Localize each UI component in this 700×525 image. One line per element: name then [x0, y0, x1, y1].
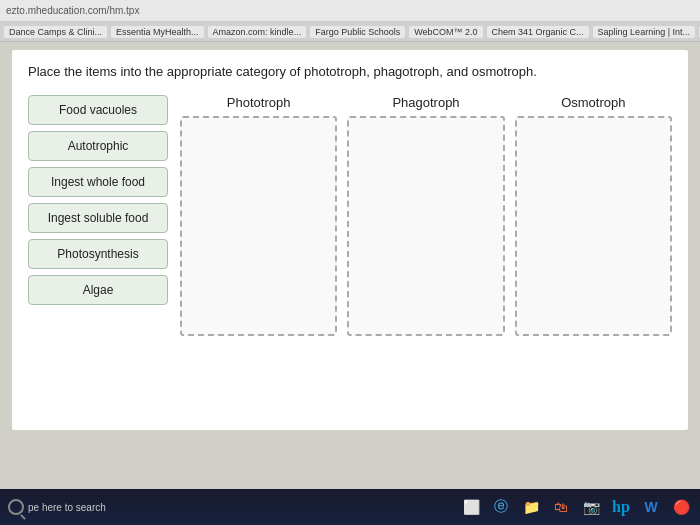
taskbar-chrome-icon[interactable]: 🔴: [670, 496, 692, 518]
drop-zone-osmotroph[interactable]: [515, 116, 672, 336]
instruction-text: Place the items into the appropriate cat…: [28, 64, 672, 79]
taskbar-windows-icon[interactable]: ⬜: [460, 496, 482, 518]
drop-zone-label-phototroph: Phototroph: [227, 95, 291, 110]
browser-tab[interactable]: Chem 341 Organic C...: [487, 26, 589, 38]
taskbar-hp-icon[interactable]: hp: [610, 496, 632, 518]
taskbar-search[interactable]: pe here to search: [8, 499, 106, 515]
drop-zone-container-phagotroph: Phagotroph: [347, 95, 504, 336]
drop-zone-container-osmotroph: Osmotroph: [515, 95, 672, 336]
drop-zone-label-osmotroph: Osmotroph: [561, 95, 625, 110]
activity-area: Food vacuolesAutotrophicIngest whole foo…: [28, 95, 672, 336]
browser-tab[interactable]: Fargo Public Schools: [310, 26, 405, 38]
browser-url-bar: ezto.mheducation.com/hm.tpx: [0, 0, 700, 22]
browser-tab[interactable]: Dance Camps & Clini...: [4, 26, 107, 38]
drop-zone-container-phototroph: Phototroph: [180, 95, 337, 336]
drag-item-autotrophic[interactable]: Autotrophic: [28, 131, 168, 161]
browser-tab[interactable]: Amazon.com: kindle...: [208, 26, 307, 38]
taskbar-icons: ⬜ ⓔ 📁 🛍 📷 hp W 🔴: [460, 496, 692, 518]
browser-tab[interactable]: Essentia MyHealth...: [111, 26, 204, 38]
drop-zone-phagotroph[interactable]: [347, 116, 504, 336]
drop-zone-phototroph[interactable]: [180, 116, 337, 336]
url-display: ezto.mheducation.com/hm.tpx: [6, 5, 139, 16]
browser-tabs: Dance Camps & Clini...Essentia MyHealth.…: [0, 22, 700, 42]
taskbar-word-icon[interactable]: W: [640, 496, 662, 518]
taskbar-file-icon[interactable]: 📁: [520, 496, 542, 518]
taskbar: pe here to search ⬜ ⓔ 📁 🛍 📷 hp W 🔴: [0, 489, 700, 525]
taskbar-store-icon[interactable]: 🛍: [550, 496, 572, 518]
taskbar-photo-icon[interactable]: 📷: [580, 496, 602, 518]
browser-tab[interactable]: WebCOM™ 2.0: [409, 26, 482, 38]
drag-item-ingest-soluble-food[interactable]: Ingest soluble food: [28, 203, 168, 233]
drop-zone-label-phagotroph: Phagotroph: [392, 95, 459, 110]
browser-tab[interactable]: Sapling Learning | Int...: [593, 26, 695, 38]
taskbar-edge-icon[interactable]: ⓔ: [490, 496, 512, 518]
main-content-area: Place the items into the appropriate cat…: [12, 50, 688, 430]
search-icon: [8, 499, 24, 515]
drop-zones-area: PhototrophPhagotrophOsmotroph: [180, 95, 672, 336]
drag-item-ingest-whole-food[interactable]: Ingest whole food: [28, 167, 168, 197]
drag-item-photosynthesis[interactable]: Photosynthesis: [28, 239, 168, 269]
drag-items-column: Food vacuolesAutotrophicIngest whole foo…: [28, 95, 168, 305]
drag-item-algae[interactable]: Algae: [28, 275, 168, 305]
drag-item-food-vacuoles[interactable]: Food vacuoles: [28, 95, 168, 125]
search-label: pe here to search: [28, 502, 106, 513]
